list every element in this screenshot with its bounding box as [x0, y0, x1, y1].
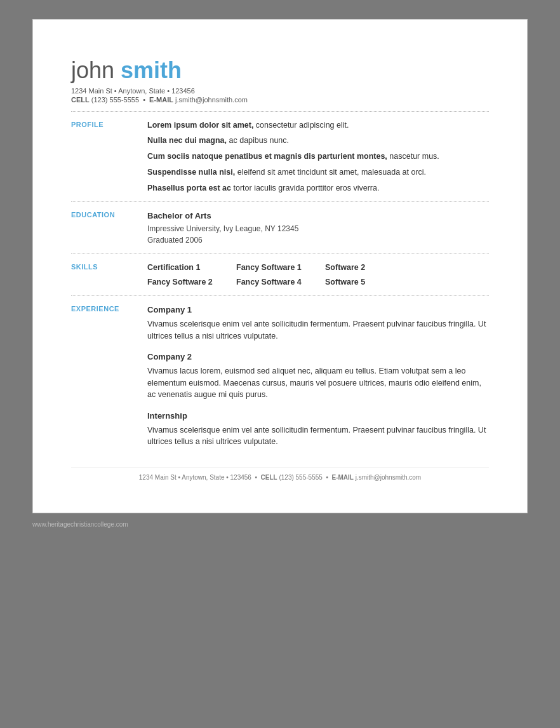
- skills-divider: [71, 295, 489, 296]
- first-name: john: [71, 57, 114, 83]
- watermark-url: www.heritagechristiancollege.com: [32, 521, 128, 528]
- profile-para-3: Cum sociis natoque penatibus et magnis d…: [147, 151, 489, 163]
- email-address: j.smith@johnsmith.com: [175, 96, 248, 104]
- skills-section: SKILLS Certification 1 Fancy Software 1 …: [71, 262, 489, 288]
- footer-cell-label: CELL: [261, 474, 277, 481]
- email-label: E-MAIL: [149, 96, 173, 104]
- exp-company-1: Company 1: [147, 304, 489, 316]
- skill-3: Software 2: [325, 262, 401, 274]
- profile-para-1: Lorem ipsum dolor sit amet, consectetur …: [147, 119, 489, 131]
- footer-cell: (123) 555-5555: [279, 474, 322, 481]
- exp-company-2: Company 2: [147, 351, 489, 363]
- exp-desc-1: Vivamus scelerisque enim vel ante sollic…: [147, 318, 489, 342]
- footer-address: 1234 Main St • Anytown, State • 123456: [139, 474, 251, 481]
- skill-2: Fancy Software 1: [236, 262, 312, 274]
- profile-para-4: Suspendisse nulla nisi, eleifend sit ame…: [147, 166, 489, 179]
- skills-row-1: Certification 1 Fancy Software 1 Softwar…: [147, 262, 489, 274]
- skills-label: SKILLS: [71, 262, 147, 271]
- resume-footer: 1234 Main St • Anytown, State • 123456 •…: [71, 467, 489, 481]
- skill-1: Certification 1: [147, 262, 223, 274]
- cell-label: CELL: [71, 96, 90, 104]
- skills-row-2: Fancy Software 2 Fancy Software 4 Softwa…: [147, 276, 489, 288]
- skill-6: Software 5: [325, 276, 401, 288]
- footer-email: j.smith@johnsmith.com: [356, 474, 422, 481]
- resume-header: john smith 1234 Main St • Anytown, State…: [71, 58, 489, 104]
- experience-label: EXPERIENCE: [71, 304, 147, 313]
- profile-para-2: Nulla nec dui magna, ac dapibus nunc.: [147, 135, 489, 147]
- watermark: www.heritagechristiancollege.com: [32, 521, 528, 528]
- education-label: EDUCATION: [71, 210, 147, 219]
- edu-degree: Bachelor of Arts: [147, 210, 489, 222]
- exp-entry-2: Company 2 Vivamus lacus lorem, euismod s…: [147, 351, 489, 401]
- exp-desc-2: Vivamus lacus lorem, euismod sed aliquet…: [147, 365, 489, 401]
- exp-entry-1: Company 1 Vivamus scelerisque enim vel a…: [147, 304, 489, 342]
- skills-grid: Certification 1 Fancy Software 1 Softwar…: [147, 262, 489, 288]
- address-line: 1234 Main St • Anytown, State • 123456: [71, 87, 489, 95]
- edu-graduated: Graduated 2006: [147, 234, 489, 246]
- education-divider: [71, 253, 489, 254]
- cell-number: (123) 555-5555: [91, 96, 139, 104]
- name-line: john smith: [71, 58, 489, 83]
- profile-para-5: Phasellus porta est ac tortor iaculis gr…: [147, 182, 489, 194]
- experience-section: EXPERIENCE Company 1 Vivamus scelerisque…: [71, 304, 489, 448]
- exp-entry-3: Internship Vivamus scelerisque enim vel …: [147, 410, 489, 448]
- footer-email-label: E-MAIL: [331, 474, 353, 481]
- skill-4: Fancy Software 2: [147, 276, 223, 288]
- address: 1234 Main St • Anytown, State • 123456: [71, 87, 195, 95]
- contact-line: CELL (123) 555-5555 • E-MAIL j.smith@joh…: [71, 96, 489, 104]
- experience-content: Company 1 Vivamus scelerisque enim vel a…: [147, 304, 489, 448]
- skills-content: Certification 1 Fancy Software 1 Softwar…: [147, 262, 489, 288]
- education-section: EDUCATION Bachelor of Arts Impressive Un…: [71, 210, 489, 246]
- resume-page: john smith 1234 Main St • Anytown, State…: [32, 19, 528, 513]
- profile-content: Lorem ipsum dolor sit amet, consectetur …: [147, 119, 489, 194]
- profile-label: PROFILE: [71, 119, 147, 128]
- exp-company-3: Internship: [147, 410, 489, 422]
- last-name: smith: [121, 57, 182, 83]
- exp-desc-3: Vivamus scelerisque enim vel ante sollic…: [147, 424, 489, 448]
- profile-divider: [71, 201, 489, 202]
- header-divider: [71, 111, 489, 112]
- edu-school: Impressive University, Ivy League, NY 12…: [147, 223, 489, 234]
- skill-5: Fancy Software 4: [236, 276, 312, 288]
- education-content: Bachelor of Arts Impressive University, …: [147, 210, 489, 246]
- profile-section: PROFILE Lorem ipsum dolor sit amet, cons…: [71, 119, 489, 194]
